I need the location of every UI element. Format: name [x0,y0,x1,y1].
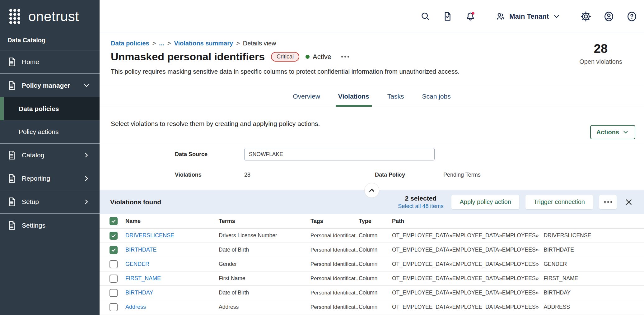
topbar: Main Tenant [100,0,644,33]
notification-dot [472,12,474,15]
column-header-path[interactable]: Path [392,218,644,225]
violation-name-link[interactable]: DRIVERSLICENSE [125,232,174,239]
sidebar-item-label: Policy manager [22,82,70,89]
tab-overview[interactable]: Overview [292,86,321,107]
column-header-name[interactable]: Name [125,218,219,225]
sidebar-item-home[interactable]: Home [0,50,100,74]
sidebar-item-label: Home [22,58,39,66]
account-button[interactable] [604,11,614,22]
document-icon [7,221,16,230]
brand-logo[interactable]: onetrust [0,0,100,33]
table-row: GENDERGenderPersonal Identificat...Colum… [100,257,644,271]
tab-violations[interactable]: Violations [337,86,371,107]
severity-badge: Critical [271,52,299,62]
violations-instruction-section: Select violations to resolve them by cre… [100,107,644,143]
terms-cell: Date of Birth [219,247,310,253]
column-header-tags[interactable]: Tags [310,218,359,225]
selected-count: 2 selected [398,195,443,202]
apply-policy-action-button[interactable]: Apply policy action [451,195,519,209]
sidebar-item-policy-manager[interactable]: Policy manager [0,74,100,97]
actions-button-label: Actions [596,129,619,136]
sidebar-item-setup[interactable]: Setup [0,190,100,214]
chevron-up-icon [368,186,376,194]
tab-scan-jobs[interactable]: Scan jobs [421,86,452,107]
document-icon [7,197,16,206]
breadcrumb-separator: > [152,40,156,47]
violations-count-value: 28 [244,172,250,178]
table-body: DRIVERSLICENSEDrivers License NumberPers… [100,229,644,314]
sidebar-item-policy-actions[interactable]: Policy actions [0,120,100,144]
search-button[interactable] [420,12,430,21]
violations-found-title: Violations found [110,198,161,206]
breadcrumb: Data policies > ... > Violations summary… [111,40,633,47]
sidebar-item-data-policies[interactable]: Data policies [0,97,100,120]
check-icon [111,247,116,253]
type-cell: Column [359,290,392,296]
violation-name-link[interactable]: FIRST_NAME [125,275,161,281]
sidebar-item-settings[interactable]: Settings [0,214,100,237]
sidebar-item-label: Policy actions [19,128,58,136]
row-checkbox[interactable] [110,303,118,311]
row-checkbox[interactable] [110,246,118,254]
select-all-link[interactable]: Select all 48 items [398,203,443,210]
status-label: Active [313,53,331,61]
document-icon [7,81,16,90]
open-violations-summary: 28 Open violations [579,42,622,65]
type-cell: Column [359,275,392,282]
select-all-checkbox[interactable] [110,217,118,225]
breadcrumb-separator: > [236,40,240,47]
violation-name-link[interactable]: GENDER [125,261,149,267]
row-checkbox[interactable] [110,275,118,283]
breadcrumb-data-policies[interactable]: Data policies [111,40,149,47]
check-icon [111,233,116,239]
sidebar-item-label: Settings [22,222,45,229]
violation-name-link[interactable]: BIRTHDATE [125,247,156,253]
breadcrumb-violations-summary[interactable]: Violations summary [174,40,233,47]
title-more-menu-button[interactable] [339,54,351,59]
table-row: FIRST_NAMEFirst NamePersonal Identificat… [100,271,644,286]
sidebar-item-catalog[interactable]: Catalog [0,144,100,167]
path-cell: OT_EMPLOYEE_DATA»EMPLOYEE_DATA»EMPLOYEES… [392,275,644,282]
chevron-right-icon [83,151,90,159]
type-cell: Column [359,304,392,310]
main-area: Main Tenant Data policies > [100,0,644,315]
chevron-right-icon [83,175,90,182]
table-header: Name Terms Tags Type Path [100,214,644,229]
document-icon [7,151,16,160]
tasks-doc-button[interactable] [443,12,453,21]
type-cell: Column [359,247,392,253]
toolbar-more-button[interactable] [599,195,617,209]
breadcrumb-current: Details view [243,40,276,47]
app-root: onetrust Data Catalog Home Policy manage… [0,0,644,315]
column-header-terms[interactable]: Terms [219,218,310,225]
tabs-bar: Overview Violations Tasks Scan jobs [100,86,644,107]
violation-name-link[interactable]: BIRTHDAY [125,290,153,296]
trigger-connection-button[interactable]: Trigger connection [525,195,593,209]
column-header-type[interactable]: Type [359,218,392,225]
chevron-down-icon [83,82,90,89]
table-row: BIRTHDATEDate of BirthPersonal Identific… [100,243,644,257]
document-icon [7,174,16,183]
breadcrumb-ellipsis[interactable]: ... [159,40,164,47]
help-button[interactable] [627,11,637,22]
row-checkbox[interactable] [110,232,118,240]
row-checkbox[interactable] [110,289,118,297]
actions-button[interactable]: Actions [590,125,635,139]
data-policy-label: Data Policy [375,172,405,178]
row-checkbox[interactable] [110,260,118,268]
sidebar-item-label: Data policies [19,105,59,113]
data-source-input[interactable] [244,148,435,160]
product-label: Data Catalog [0,33,100,50]
type-cell: Column [359,261,392,267]
search-icon [420,12,430,21]
toolbar-close-button[interactable] [623,196,635,208]
collapse-panel-button[interactable] [364,183,379,198]
violation-name-link[interactable]: Address [125,304,146,310]
data-source-label: Data Source [175,151,208,158]
sidebar-item-reporting[interactable]: Reporting [0,167,100,190]
close-icon [625,198,633,206]
notifications-button[interactable] [465,11,476,22]
tenant-switcher[interactable]: Main Tenant [496,12,561,21]
tab-tasks[interactable]: Tasks [386,86,405,107]
settings-button[interactable] [581,11,591,22]
